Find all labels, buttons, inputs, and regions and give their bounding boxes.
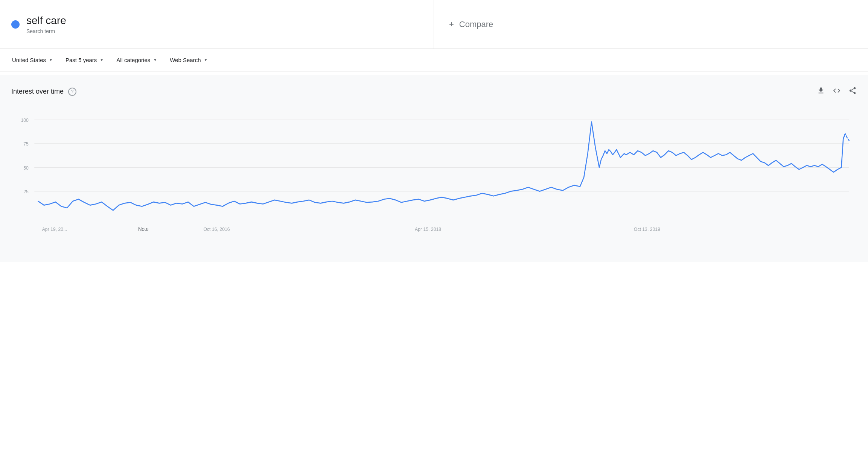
location-filter[interactable]: United States ▼: [8, 54, 57, 66]
time-range-filter-label: Past 5 years: [65, 57, 97, 63]
header: self care Search term + Compare: [0, 0, 868, 49]
time-range-dropdown-arrow: ▼: [100, 58, 104, 62]
location-dropdown-arrow: ▼: [49, 58, 53, 62]
y-axis-100: 100: [21, 118, 29, 123]
compare-panel[interactable]: + Compare: [434, 0, 868, 49]
category-dropdown-arrow: ▼: [153, 58, 157, 62]
search-type-filter[interactable]: Web Search ▼: [165, 54, 212, 66]
share-button[interactable]: [848, 86, 857, 97]
search-term-name: self care: [26, 15, 66, 27]
download-button[interactable]: [817, 86, 825, 97]
chart-actions: [817, 86, 857, 97]
category-filter[interactable]: All categories ▼: [112, 54, 161, 66]
trend-line-solid: [38, 122, 845, 210]
filter-bar: United States ▼ Past 5 years ▼ All categ…: [0, 49, 868, 71]
search-term-panel: self care Search term: [0, 0, 434, 49]
location-filter-label: United States: [12, 57, 46, 63]
trend-chart: 100 75 50 25 Apr 19, 20... Oct 16, 2016 …: [11, 108, 857, 251]
info-icon[interactable]: ?: [68, 88, 76, 96]
compare-plus-icon: +: [449, 20, 454, 29]
category-filter-label: All categories: [116, 57, 150, 63]
x-axis-label-2: Oct 16, 2016: [203, 227, 230, 232]
x-axis-label-1: Apr 19, 20...: [42, 227, 67, 232]
search-term-text: self care Search term: [26, 15, 66, 34]
search-term-sublabel: Search term: [26, 28, 66, 34]
compare-label: Compare: [459, 20, 493, 29]
y-axis-25: 25: [23, 189, 29, 194]
x-axis-label-4: Oct 13, 2019: [634, 227, 660, 232]
x-axis-label-3: Apr 15, 2018: [415, 227, 441, 232]
embed-button[interactable]: [833, 86, 841, 97]
chart-title: Interest over time: [11, 88, 64, 96]
y-axis-75: 75: [23, 141, 29, 147]
time-range-filter[interactable]: Past 5 years ▼: [61, 54, 108, 66]
search-type-dropdown-arrow: ▼: [204, 58, 207, 62]
y-axis-50: 50: [23, 165, 29, 170]
trend-line-dashed: [843, 134, 849, 141]
chart-title-group: Interest over time ?: [11, 88, 76, 96]
search-dot-indicator: [11, 20, 20, 29]
chart-header: Interest over time ?: [11, 86, 857, 97]
search-type-filter-label: Web Search: [170, 57, 201, 63]
note-label: Note: [138, 226, 149, 232]
chart-section: Interest over time ? 100: [0, 75, 868, 262]
chart-container: 100 75 50 25 Apr 19, 20... Oct 16, 2016 …: [11, 108, 857, 251]
